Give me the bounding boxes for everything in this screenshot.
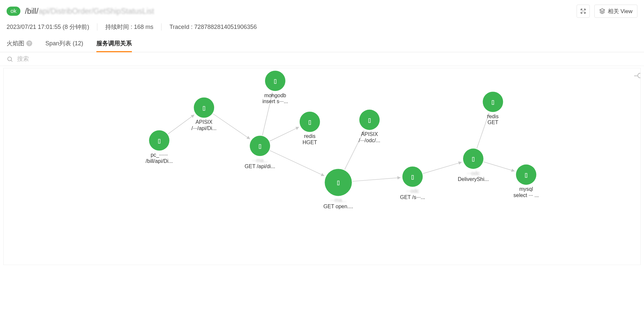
svg-text:▯: ▯ (336, 178, 341, 187)
svg-text:/···/odc/...: /···/odc/... (359, 138, 381, 143)
title-blurred: api/DistribOrder/GetShipStatusList (38, 7, 154, 16)
svg-text:▯: ▯ (410, 172, 415, 181)
graph-node-mysql[interactable]: ▯mysqlselect ··· ... (513, 165, 539, 198)
search-input[interactable] (13, 56, 637, 62)
svg-text:GET /api/di...: GET /api/di... (245, 164, 275, 169)
svg-text:/bill/api/Di...: /bill/api/Di... (146, 158, 173, 164)
graph-node-mongodb[interactable]: ▯mongodbinsert s···... (262, 71, 288, 104)
edge (270, 127, 299, 141)
svg-text:DeliveryShi...: DeliveryShi... (458, 176, 489, 182)
edge (270, 150, 324, 176)
related-view-label: 相关 View (608, 8, 632, 15)
edge (483, 162, 514, 171)
duration: 持续时间 : 168 ms (105, 23, 161, 31)
help-icon[interactable]: ? (26, 40, 32, 46)
edge (213, 114, 250, 139)
edge (353, 178, 401, 181)
svg-text:▯: ▯ (202, 103, 206, 112)
svg-text:▯: ▯ (471, 154, 476, 163)
svg-point-1 (8, 57, 12, 61)
fit-handle-icon[interactable] (637, 73, 641, 78)
svg-text:select ··· ...: select ··· ... (513, 192, 539, 198)
page-title: /bill/api/DistribOrder/GetShipStatusList (25, 7, 154, 16)
svg-text:HGET: HGET (303, 140, 317, 145)
svg-text:▯: ▯ (258, 142, 262, 150)
svg-text:▯: ▯ (367, 116, 372, 124)
tab-service-label: 服务调用关系 (96, 39, 132, 47)
svg-text:GET open....: GET open.... (323, 204, 353, 209)
svg-text:redis: redis (487, 114, 499, 119)
svg-text:mongodb: mongodb (264, 93, 286, 98)
graph-node-redis_get[interactable]: ▯redisGET (483, 92, 503, 125)
tab-flame-label: 火焰图 (7, 39, 24, 47)
tab-service-graph[interactable]: 服务调用关系 (96, 36, 132, 52)
svg-text:pc_······: pc_······ (151, 152, 168, 158)
svg-text:▯: ▯ (273, 77, 278, 85)
svg-text:APISIX: APISIX (361, 131, 378, 137)
search-icon (7, 56, 13, 62)
edge (423, 162, 461, 174)
graph-node-billma2[interactable]: ▯···ma...GET open.... (323, 169, 353, 209)
title-prefix: /bill/ (25, 7, 38, 16)
tab-span-label: Span列表 (12) (45, 39, 83, 47)
svg-text:▯: ▯ (491, 98, 495, 106)
timestamp: 2023/07/21 17:01:55 (8 分钟前) (7, 23, 97, 31)
graph-canvas[interactable]: ▯pc_······/bill/api/Di...▯APISIX/···/api… (3, 68, 641, 265)
svg-text:▯: ▯ (524, 170, 529, 179)
meta-row: 2023/07/21 17:01:55 (8 分钟前) 持续时间 : 168 m… (0, 20, 644, 36)
svg-marker-0 (600, 9, 605, 11)
edge (168, 115, 194, 134)
tab-flame-graph[interactable]: 火焰图 ? (7, 36, 32, 52)
svg-text:▯: ▯ (157, 136, 161, 145)
tabs: 火焰图 ? Span列表 (12) 服务调用关系 (0, 36, 644, 52)
graph-node-redis_hget[interactable]: ▯redisHGET (300, 112, 320, 145)
svg-text:mysql: mysql (519, 186, 533, 192)
svg-text:redis: redis (304, 133, 316, 139)
search-bar (0, 52, 644, 66)
svg-text:▯: ▯ (308, 118, 312, 126)
svg-text:insert s···...: insert s···... (262, 99, 288, 104)
header: ok /bill/api/DistribOrder/GetShipStatusL… (0, 0, 644, 20)
svg-text:···odc: ···odc (406, 188, 419, 194)
svg-text:GET /s···...: GET /s···... (400, 194, 425, 200)
svg-text:···odc: ···odc (467, 170, 480, 176)
expand-icon (580, 8, 586, 14)
svg-text:/···/api/Di...: /···/api/Di... (191, 125, 216, 131)
svg-text:···ma...: ···ma... (330, 197, 346, 203)
related-view-button[interactable]: 相关 View (594, 5, 637, 18)
tab-span-list[interactable]: Span列表 (12) (45, 36, 83, 52)
svg-text:···ma...: ···ma... (252, 158, 268, 163)
layers-icon (599, 8, 605, 14)
trace-id: TraceId : 7287882814051906356 (169, 24, 265, 31)
graph-node-apisix2[interactable]: ▯APISIX/···/odc/... (359, 110, 381, 143)
graph-node-pc[interactable]: ▯pc_······/bill/api/Di... (146, 130, 173, 164)
expand-button[interactable] (577, 5, 590, 18)
graph-node-apisix1[interactable]: ▯APISIX/···/api/Di... (191, 98, 216, 131)
svg-text:APISIX: APISIX (195, 119, 212, 125)
svg-text:GET: GET (487, 120, 498, 125)
graph-node-odc1[interactable]: ▯···odcGET /s···... (400, 167, 425, 200)
graph-node-odc2[interactable]: ▯···odcDeliveryShi... (458, 148, 489, 182)
svg-line-2 (11, 60, 12, 61)
status-badge: ok (7, 7, 20, 16)
